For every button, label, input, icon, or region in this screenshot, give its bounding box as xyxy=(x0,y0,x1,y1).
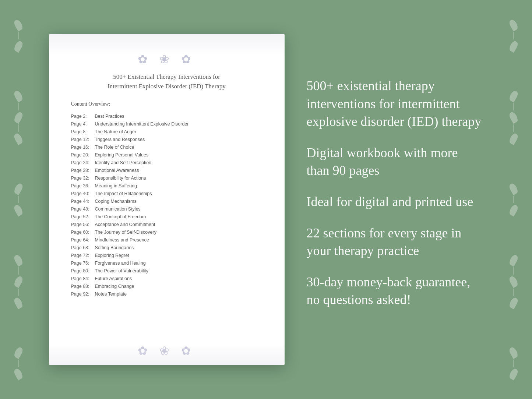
toc-item: Page 24:Identity and Self-Perception xyxy=(71,159,263,166)
toc-page-title: Identity and Self-Perception xyxy=(95,160,152,165)
toc-page-title: Meaning in Suffering xyxy=(95,183,137,188)
toc-page-number: Page 56: xyxy=(71,222,95,227)
toc-item: Page 92:Notes Template xyxy=(71,290,263,298)
toc-page-number: Page 32: xyxy=(71,176,95,181)
toc-page-title: The Impact of Relationships xyxy=(95,191,152,196)
toc-item: Page 12:Triggers and Responses xyxy=(71,135,263,143)
toc-page-number: Page 84: xyxy=(71,276,95,281)
toc-page-number: Page 76: xyxy=(71,261,95,266)
toc-page-number: Page 68: xyxy=(71,245,95,250)
toc-item: Page 16:The Role of Choice xyxy=(71,143,263,151)
toc-page-number: Page 20: xyxy=(71,152,95,158)
toc-item: Page 84:Future Aspirations xyxy=(71,275,263,282)
toc-page-number: Page 60: xyxy=(71,230,95,235)
features-panel: 500+ existential therapy interventions f… xyxy=(307,70,483,329)
toc-page-number: Page 24: xyxy=(71,160,95,165)
toc-item: Page 36:Meaning in Suffering xyxy=(71,182,263,190)
main-content: ✿ ❀ ✿ 500+ Existential Therapy Intervent… xyxy=(27,19,505,380)
toc-item: Page 64:Mindfulness and Presence xyxy=(71,236,263,244)
toc-page-number: Page 88: xyxy=(71,284,95,289)
table-of-contents: Page 2:Best PracticesPage 4:Understandin… xyxy=(71,112,263,298)
toc-page-title: Mindfulness and Presence xyxy=(95,237,149,243)
document-preview: ✿ ❀ ✿ 500+ Existential Therapy Intervent… xyxy=(49,34,285,365)
toc-page-title: Understanding Intermittent Explosive Dis… xyxy=(95,121,189,127)
doc-decoration-bottom: ✿ ❀ ✿ xyxy=(49,344,285,358)
toc-page-title: Triggers and Responses xyxy=(95,137,145,142)
toc-page-title: Future Aspirations xyxy=(95,276,132,281)
toc-page-number: Page 4: xyxy=(71,121,95,127)
toc-page-number: Page 2: xyxy=(71,114,95,119)
toc-page-number: Page 92: xyxy=(71,292,95,297)
toc-item: Page 88:Embracing Change xyxy=(71,282,263,290)
toc-page-number: Page 28: xyxy=(71,168,95,173)
feature-feature4: 22 sections for every stage in your ther… xyxy=(307,224,483,260)
toc-page-title: The Role of Choice xyxy=(95,145,134,150)
toc-item: Page 28:Emotional Awareness xyxy=(71,166,263,174)
toc-page-number: Page 64: xyxy=(71,237,95,243)
toc-page-title: Acceptance and Commitment xyxy=(95,222,155,227)
toc-page-number: Page 16: xyxy=(71,145,95,150)
toc-page-title: The Nature of Anger xyxy=(95,129,137,134)
toc-page-title: Best Practices xyxy=(95,114,124,119)
toc-item: Page 52:The Concept of Freedom xyxy=(71,213,263,220)
toc-page-number: Page 72: xyxy=(71,253,95,258)
toc-page-title: Emotional Awareness xyxy=(95,168,139,173)
toc-page-title: Notes Template xyxy=(95,292,127,297)
toc-page-title: The Journey of Self-Discovery xyxy=(95,230,156,235)
content-overview-label: Content Overview: xyxy=(71,101,263,107)
toc-page-title: Setting Boundaries xyxy=(95,245,134,250)
toc-page-number: Page 8: xyxy=(71,129,95,134)
feature-feature5: 30-day money-back guarantee, no question… xyxy=(307,273,483,309)
toc-page-number: Page 44: xyxy=(71,199,95,204)
toc-item: Page 68:Setting Boundaries xyxy=(71,244,263,251)
toc-item: Page 4:Understanding Intermittent Explos… xyxy=(71,120,263,128)
toc-item: Page 44:Coping Mechanisms xyxy=(71,197,263,205)
toc-page-title: Communication Styles xyxy=(95,206,141,212)
toc-page-title: Forgiveness and Healing xyxy=(95,261,146,266)
toc-page-title: The Power of Vulnerability xyxy=(95,268,148,273)
toc-page-title: Embracing Change xyxy=(95,284,134,289)
toc-item: Page 8:The Nature of Anger xyxy=(71,128,263,135)
feature-feature3: Ideal for digital and printed use xyxy=(307,193,483,211)
toc-item: Page 56:Acceptance and Commitment xyxy=(71,220,263,228)
toc-page-number: Page 52: xyxy=(71,214,95,219)
toc-page-title: Coping Mechanisms xyxy=(95,199,137,204)
feature-feature2: Digital workbook with more than 90 pages xyxy=(307,144,483,180)
toc-item: Page 80:The Power of Vulnerability xyxy=(71,267,263,275)
toc-page-number: Page 12: xyxy=(71,137,95,142)
toc-page-number: Page 40: xyxy=(71,191,95,196)
toc-item: Page 2:Best Practices xyxy=(71,112,263,120)
toc-item: Page 76:Forgiveness and Healing xyxy=(71,259,263,267)
toc-item: Page 32:Responsibility for Actions xyxy=(71,174,263,182)
feature-feature1: 500+ existential therapy interventions f… xyxy=(307,77,483,131)
doc-decoration-top: ✿ ❀ ✿ xyxy=(71,52,263,66)
toc-item: Page 40:The Impact of Relationships xyxy=(71,190,263,197)
document-title: 500+ Existential Therapy Interventions f… xyxy=(71,72,263,91)
toc-item: Page 72:Exploring Regret xyxy=(71,251,263,259)
toc-page-number: Page 48: xyxy=(71,206,95,212)
toc-item: Page 60:The Journey of Self-Discovery xyxy=(71,228,263,236)
toc-page-title: Exploring Personal Values xyxy=(95,152,149,158)
toc-page-number: Page 80: xyxy=(71,268,95,273)
toc-page-title: Exploring Regret xyxy=(95,253,129,258)
toc-page-title: The Concept of Freedom xyxy=(95,214,146,219)
toc-page-number: Page 36: xyxy=(71,183,95,188)
toc-item: Page 20:Exploring Personal Values xyxy=(71,151,263,159)
toc-page-title: Responsibility for Actions xyxy=(95,176,146,181)
toc-item: Page 48:Communication Styles xyxy=(71,205,263,213)
